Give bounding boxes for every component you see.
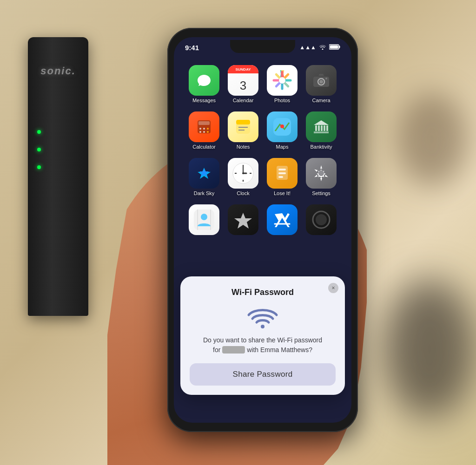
app-loseit[interactable]: Lose It! bbox=[265, 158, 299, 196]
svg-point-52 bbox=[201, 214, 207, 220]
svg-rect-48 bbox=[278, 176, 283, 178]
svg-point-21 bbox=[207, 128, 209, 130]
app-banktivity[interactable]: Banktivity bbox=[304, 111, 338, 150]
svg-point-24 bbox=[207, 131, 209, 133]
app-clock[interactable]: Clock bbox=[226, 158, 260, 196]
maps-label: Maps bbox=[276, 144, 289, 150]
contacts-icon[interactable] bbox=[189, 204, 219, 235]
status-icons: ▲▲▲ bbox=[299, 44, 340, 51]
svg-point-16 bbox=[325, 78, 327, 79]
svg-rect-34 bbox=[324, 125, 325, 131]
app-settings[interactable]: Settings bbox=[304, 158, 338, 196]
wifi-dialog: × Wi-Fi Password Do you want to share th… bbox=[180, 276, 345, 395]
loseit-label: Lose It! bbox=[274, 190, 291, 196]
app-notes[interactable]: Notes bbox=[226, 111, 260, 150]
svg-rect-35 bbox=[326, 125, 328, 131]
app-messages[interactable]: Messages bbox=[187, 65, 221, 103]
app-contacts[interactable] bbox=[187, 204, 221, 237]
dialog-title: Wi-Fi Password bbox=[190, 288, 336, 297]
wifi-signal-icon bbox=[190, 305, 336, 329]
calculator-icon[interactable] bbox=[189, 111, 219, 142]
app-grid: Messages SUNDAY 3 Calendar bbox=[182, 60, 343, 242]
message-part1: Do you want to share the Wi-Fi password bbox=[203, 336, 322, 344]
svg-rect-26 bbox=[236, 120, 250, 124]
dialog-close-button[interactable]: × bbox=[328, 283, 338, 293]
router-brand-label: sonic. bbox=[40, 65, 76, 77]
svg-point-56 bbox=[316, 214, 327, 225]
signal-icon: ▲▲▲ bbox=[299, 44, 316, 51]
sonic-router: sonic. bbox=[28, 37, 88, 316]
svg-point-57 bbox=[261, 325, 264, 328]
app-reeder[interactable] bbox=[226, 204, 260, 237]
app-appstore[interactable] bbox=[265, 204, 299, 237]
calendar-label: Calendar bbox=[233, 98, 254, 103]
messages-label: Messages bbox=[192, 98, 216, 103]
app-unknown[interactable] bbox=[304, 204, 338, 237]
loseit-icon[interactable] bbox=[267, 158, 298, 189]
notes-label: Notes bbox=[237, 144, 250, 150]
svg-point-12 bbox=[279, 77, 285, 84]
svg-point-23 bbox=[203, 131, 205, 133]
banktivity-label: Banktivity bbox=[310, 144, 332, 150]
phone-screen: 9:41 ▲▲▲ bbox=[174, 37, 351, 423]
dialog-message: Do you want to share the Wi-Fi password … bbox=[190, 335, 336, 355]
svg-rect-1 bbox=[339, 46, 340, 48]
svg-rect-33 bbox=[321, 125, 323, 131]
app-maps[interactable]: Maps bbox=[265, 111, 299, 150]
svg-rect-47 bbox=[278, 172, 286, 174]
calendar-icon[interactable]: SUNDAY 3 bbox=[228, 65, 258, 96]
darksky-icon[interactable] bbox=[189, 158, 219, 189]
status-time: 9:41 bbox=[185, 44, 199, 52]
svg-rect-31 bbox=[315, 125, 317, 131]
reeder-icon[interactable] bbox=[228, 204, 258, 235]
app-calculator[interactable]: Calculator bbox=[187, 111, 221, 150]
camera-label: Camera bbox=[312, 98, 330, 103]
bg-blur-right bbox=[397, 93, 467, 186]
battery-icon bbox=[329, 44, 340, 51]
phone-frame: 9:41 ▲▲▲ bbox=[167, 28, 358, 432]
svg-rect-46 bbox=[278, 169, 286, 170]
svg-point-19 bbox=[199, 128, 201, 130]
settings-label: Settings bbox=[312, 190, 331, 196]
svg-point-50 bbox=[318, 170, 324, 176]
maps-icon[interactable] bbox=[267, 111, 298, 142]
appstore-icon[interactable] bbox=[267, 204, 298, 235]
svg-line-5 bbox=[284, 74, 288, 78]
svg-line-11 bbox=[276, 74, 280, 78]
messages-icon[interactable] bbox=[189, 65, 219, 96]
share-password-button[interactable]: Share Password bbox=[190, 363, 336, 386]
banktivity-icon[interactable] bbox=[306, 111, 337, 142]
svg-point-20 bbox=[203, 128, 205, 130]
photos-label: Photos bbox=[274, 98, 290, 103]
notes-icon[interactable] bbox=[228, 111, 258, 142]
router-light-2 bbox=[37, 148, 41, 151]
svg-rect-2 bbox=[330, 45, 338, 48]
app-calendar[interactable]: SUNDAY 3 Calendar bbox=[226, 65, 260, 103]
svg-line-7 bbox=[284, 83, 288, 86]
bg-blur-bottom-right bbox=[383, 279, 476, 419]
router-light-3 bbox=[37, 165, 41, 169]
photos-icon[interactable] bbox=[267, 65, 298, 96]
network-name: •••••••••• bbox=[222, 346, 245, 354]
phone-notch bbox=[230, 40, 295, 53]
svg-point-30 bbox=[280, 124, 284, 128]
svg-line-9 bbox=[276, 83, 280, 86]
clock-label: Clock bbox=[237, 190, 250, 196]
router-lights bbox=[37, 130, 41, 169]
app-photos[interactable]: Photos bbox=[265, 65, 299, 103]
calculator-label: Calculator bbox=[192, 144, 216, 150]
router-light-1 bbox=[37, 130, 41, 134]
app-darksky[interactable]: Dark Sky bbox=[187, 158, 221, 196]
svg-rect-32 bbox=[318, 125, 320, 131]
svg-point-44 bbox=[242, 172, 244, 174]
app-camera[interactable]: Camera bbox=[304, 65, 338, 103]
svg-point-22 bbox=[199, 131, 201, 133]
camera-icon[interactable] bbox=[306, 65, 337, 96]
svg-marker-53 bbox=[234, 213, 252, 229]
settings-icon[interactable] bbox=[306, 158, 337, 189]
wifi-icon bbox=[319, 44, 326, 51]
message-part3: with Emma Matthews? bbox=[247, 346, 312, 354]
unknown-icon[interactable] bbox=[306, 204, 337, 235]
message-part2: for bbox=[213, 346, 220, 354]
clock-app-icon[interactable] bbox=[228, 158, 258, 189]
